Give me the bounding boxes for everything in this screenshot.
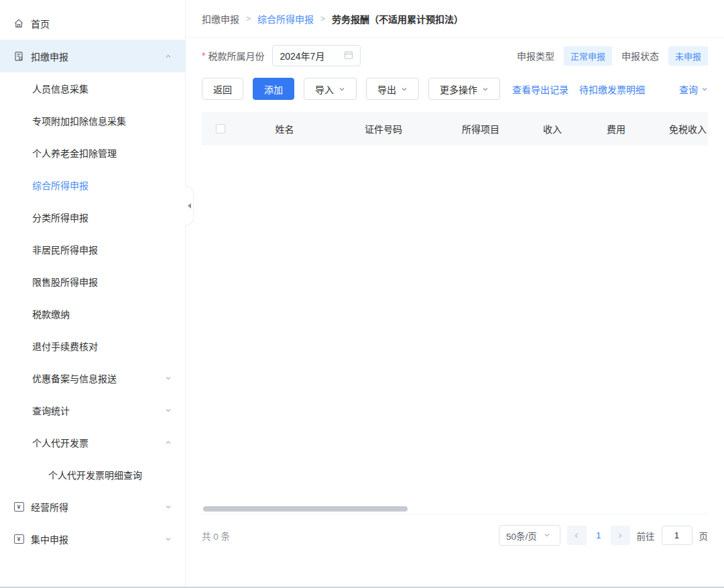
breadcrumb-item: 扣缴申报 [202,12,239,25]
sidebar-item-special-additional-deduction[interactable]: 专项附加扣除信息采集 [0,105,185,137]
chevron-up-icon [165,439,172,446]
sidebar-item-label: 退付手续费核对 [32,339,98,353]
goto-page-input[interactable] [662,526,692,545]
sidebar-group-withholding-declaration[interactable]: 扣缴申报 [0,40,185,72]
sidebar-item-personnel-info-collection[interactable]: 人员信息采集 [0,72,185,105]
shop-yen-icon: ¥ [13,502,24,512]
current-page[interactable]: 1 [593,530,604,540]
sidebar-group-centralized-declaration[interactable]: ¥ 集中申报 [0,523,185,555]
pending-withholding-invoice-detail-link[interactable]: 待扣缴发票明细 [579,82,645,96]
sidebar-item-label: 首页 [31,17,50,30]
sidebar-group-query-statistics[interactable]: 查询统计 [0,394,185,426]
sidebar-item-label: 查询统计 [32,404,70,417]
column-header-id-number: 证件号码 [330,122,437,135]
document-icon [13,51,24,62]
filter-row: * 税款所属月份 2024年7月 申报类型 正常申报 申报状态 未申报 [186,38,724,74]
horizontal-scrollbar-thumb[interactable] [203,506,408,512]
main-content: 扣缴申报 > 综合所得申报 > 劳务报酬（不适用累计预扣法） * 税款所属月份 … [186,0,724,587]
toolbar-links: 查看导出记录 待扣缴发票明细 [512,82,645,96]
table-header-row: 姓名 证件号码 所得项目 收入 费用 免税收入 [202,112,708,145]
breadcrumb: 扣缴申报 > 综合所得申报 > 劳务报酬（不适用累计预扣法） [186,0,724,38]
total-count: 共 0 条 [202,529,230,542]
tax-month-value: 2024年7月 [280,49,344,62]
sidebar-item-personal-invoice-detail-query[interactable]: 个人代开发票明细查询 [0,459,185,491]
breadcrumb-separator: > [320,14,325,23]
page-title: 劳务报酬（不适用累计预扣法） [332,12,463,25]
tax-month-picker[interactable]: 2024年7月 [272,45,361,66]
sidebar-item-label: 综合所得申报 [32,178,88,192]
table-body-empty [202,145,708,506]
declare-status-label: 申报状态 [621,49,659,62]
sidebar-group-business-income[interactable]: ¥ 经营所得 [0,491,185,523]
sidebar-item-home[interactable]: 首页 [0,7,185,40]
breadcrumb-link-comprehensive-income[interactable]: 综合所得申报 [257,12,314,25]
data-table: 姓名 证件号码 所得项目 收入 费用 免税收入 [202,112,708,514]
sidebar-item-label: 非居民所得申报 [32,243,98,256]
more-actions-label: 更多操作 [440,82,477,96]
chevron-down-icon [165,504,172,510]
chevron-down-icon [544,530,550,540]
chevron-down-icon [165,375,172,381]
more-actions-dropdown-button[interactable]: 更多操作 [428,78,500,100]
sidebar-item-tax-payment[interactable]: 税款缴纳 [0,298,185,330]
horizontal-scrollbar [202,506,708,512]
sidebar-item-comprehensive-income-declaration[interactable]: 综合所得申报 [0,169,185,201]
sidebar-collapse-handle[interactable] [185,186,194,225]
sidebar-item-label: 个人代开发票明细查询 [48,468,142,481]
sidebar-item-label: 分类所得申报 [32,211,88,224]
chevron-down-icon [339,86,345,93]
declare-type-badge: 正常申报 [564,46,612,66]
import-label: 导入 [315,82,334,96]
sidebar-item-restricted-shares-declaration[interactable]: 限售股所得申报 [0,266,185,298]
sidebar-item-label: 个人代开发票 [32,436,88,449]
back-button[interactable]: 返回 [202,78,243,100]
pagination-controls: 50条/页 1 前往 页 [499,525,708,546]
import-dropdown-button[interactable]: 导入 [304,78,357,100]
chevron-down-icon [165,536,172,542]
sidebar-item-refund-fee-check[interactable]: 退付手续费核对 [0,330,185,362]
sidebar-item-label: 经营所得 [31,500,68,514]
sidebar-item-label: 集中申报 [31,532,68,546]
sidebar-item-label: 限售股所得申报 [32,275,98,288]
view-export-records-link[interactable]: 查看导出记录 [512,82,568,96]
export-dropdown-button[interactable]: 导出 [366,78,419,100]
sidebar-item-personal-pension-deduction[interactable]: 个人养老金扣除管理 [0,137,185,169]
column-header-income: 收入 [524,122,566,135]
prev-page-button[interactable] [567,526,587,545]
select-all-cell [202,124,239,133]
toolbar: 返回 添加 导入 导出 更多操作 查看导出记录 [186,74,724,108]
chevron-up-icon [165,53,172,60]
next-page-button[interactable] [611,526,630,545]
monitor-yen-icon: ¥ [13,534,24,544]
sidebar-item-label: 扣缴申报 [31,50,68,63]
column-header-fee: 费用 [566,122,629,135]
add-button[interactable]: 添加 [253,78,294,100]
export-label: 导出 [377,82,396,96]
chevron-down-icon [165,407,172,414]
declare-status-badge: 未申报 [668,46,708,66]
page-size-select[interactable]: 50条/页 [499,525,560,546]
declare-type-label: 申报类型 [517,49,554,62]
sidebar: 首页 扣缴申报 人员信息采集 专项附加扣除信息采集 个人养老金扣除管理 综合所得… [0,0,186,587]
breadcrumb-separator: > [246,14,251,23]
query-label: 查询 [679,82,698,96]
sidebar-item-label: 专项附加扣除信息采集 [32,114,126,127]
required-asterisk: * [202,50,205,61]
sidebar-group-personal-invoice-issuing[interactable]: 个人代开发票 [0,426,185,459]
home-icon [13,18,24,29]
column-header-name: 姓名 [239,122,330,135]
sidebar-group-preferential-filing[interactable]: 优惠备案与信息报送 [0,362,185,394]
sidebar-item-label: 个人养老金扣除管理 [32,146,117,160]
chevron-down-icon [482,86,489,93]
select-all-checkbox[interactable] [216,124,225,133]
calendar-icon [344,50,353,62]
chevron-down-icon [701,84,708,95]
pagination-bar: 共 0 条 50条/页 1 前往 页 [186,514,724,556]
sidebar-item-classified-income-declaration[interactable]: 分类所得申报 [0,201,185,233]
sidebar-item-label: 税款缴纳 [32,307,70,320]
goto-page-label: 前往 [637,529,655,542]
page-size-value: 50条/页 [506,529,537,542]
tax-month-label: 税款所属月份 [208,49,264,62]
sidebar-item-nonresident-income-declaration[interactable]: 非居民所得申报 [0,233,185,266]
query-toggle[interactable]: 查询 [679,82,708,96]
